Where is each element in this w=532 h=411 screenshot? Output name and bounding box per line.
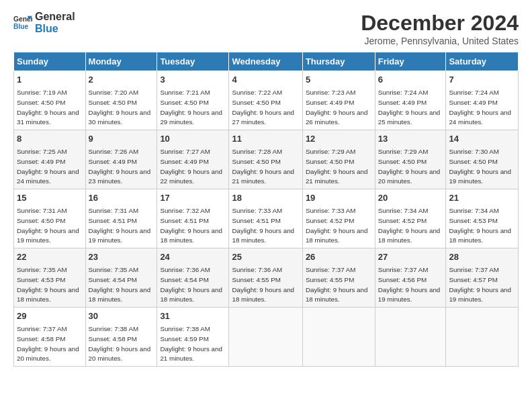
day-info: Sunrise: 7:31 AMSunset: 4:51 PMDaylight:… — [89, 207, 151, 244]
table-row: 30 Sunrise: 7:38 AMSunset: 4:58 PMDaylig… — [85, 308, 157, 367]
table-row: 27 Sunrise: 7:37 AMSunset: 4:56 PMDaylig… — [375, 248, 446, 308]
calendar-week-row: 22 Sunrise: 7:35 AMSunset: 4:53 PMDaylig… — [14, 248, 519, 308]
logo: General Blue General Blue — [13, 11, 75, 34]
day-number: 10 — [160, 133, 226, 145]
day-info: Sunrise: 7:19 AMSunset: 4:50 PMDaylight:… — [17, 89, 79, 126]
table-row: 3 Sunrise: 7:21 AMSunset: 4:50 PMDayligh… — [157, 71, 229, 130]
day-info: Sunrise: 7:29 AMSunset: 4:50 PMDaylight:… — [378, 148, 441, 185]
day-number: 23 — [89, 251, 154, 263]
day-info: Sunrise: 7:37 AMSunset: 4:58 PMDaylight:… — [17, 325, 79, 362]
calendar-table: Sunday Monday Tuesday Wednesday Thursday… — [13, 52, 519, 367]
day-number: 31 — [160, 310, 226, 322]
day-number: 2 — [89, 74, 154, 86]
table-row: 14 Sunrise: 7:30 AMSunset: 4:50 PMDaylig… — [446, 130, 519, 189]
day-number: 30 — [89, 310, 154, 322]
day-number: 27 — [378, 251, 443, 263]
table-row: 2 Sunrise: 7:20 AMSunset: 4:50 PMDayligh… — [85, 71, 157, 130]
table-row: 22 Sunrise: 7:35 AMSunset: 4:53 PMDaylig… — [14, 248, 86, 308]
day-info: Sunrise: 7:38 AMSunset: 4:58 PMDaylight:… — [89, 325, 151, 362]
day-info: Sunrise: 7:36 AMSunset: 4:54 PMDaylight:… — [160, 266, 222, 303]
day-info: Sunrise: 7:21 AMSunset: 4:50 PMDaylight:… — [160, 89, 222, 126]
day-info: Sunrise: 7:23 AMSunset: 4:49 PMDaylight:… — [306, 89, 368, 126]
col-saturday: Saturday — [446, 52, 519, 71]
table-row: 25 Sunrise: 7:36 AMSunset: 4:55 PMDaylig… — [229, 248, 302, 308]
logo-text-general: General — [35, 11, 75, 23]
calendar-header-row: Sunday Monday Tuesday Wednesday Thursday… — [14, 52, 519, 71]
table-row — [446, 308, 519, 367]
table-row: 10 Sunrise: 7:27 AMSunset: 4:49 PMDaylig… — [157, 130, 229, 189]
day-number: 5 — [306, 74, 372, 86]
logo-icon: General Blue — [13, 13, 32, 32]
table-row: 23 Sunrise: 7:35 AMSunset: 4:54 PMDaylig… — [85, 248, 157, 308]
day-number: 7 — [449, 74, 515, 86]
day-info: Sunrise: 7:36 AMSunset: 4:55 PMDaylight:… — [232, 266, 294, 303]
day-number: 16 — [89, 192, 154, 204]
day-number: 28 — [449, 251, 515, 263]
table-row: 12 Sunrise: 7:29 AMSunset: 4:50 PMDaylig… — [302, 130, 375, 189]
col-friday: Friday — [375, 52, 446, 71]
calendar-week-row: 1 Sunrise: 7:19 AMSunset: 4:50 PMDayligh… — [14, 71, 519, 130]
day-number: 13 — [378, 133, 443, 145]
day-info: Sunrise: 7:34 AMSunset: 4:53 PMDaylight:… — [449, 207, 511, 244]
day-info: Sunrise: 7:38 AMSunset: 4:59 PMDaylight:… — [160, 325, 222, 362]
day-info: Sunrise: 7:29 AMSunset: 4:50 PMDaylight:… — [306, 148, 368, 185]
day-info: Sunrise: 7:24 AMSunset: 4:49 PMDaylight:… — [449, 89, 511, 126]
table-row: 21 Sunrise: 7:34 AMSunset: 4:53 PMDaylig… — [446, 189, 519, 248]
table-row: 13 Sunrise: 7:29 AMSunset: 4:50 PMDaylig… — [375, 130, 446, 189]
table-row — [229, 308, 302, 367]
day-info: Sunrise: 7:31 AMSunset: 4:50 PMDaylight:… — [17, 207, 79, 244]
day-info: Sunrise: 7:37 AMSunset: 4:56 PMDaylight:… — [378, 266, 441, 303]
day-number: 26 — [306, 251, 372, 263]
day-info: Sunrise: 7:33 AMSunset: 4:51 PMDaylight:… — [232, 207, 294, 244]
day-number: 3 — [160, 74, 226, 86]
table-row: 5 Sunrise: 7:23 AMSunset: 4:49 PMDayligh… — [302, 71, 375, 130]
page-container: General Blue General Blue December 2024 … — [0, 0, 532, 373]
table-row — [302, 308, 375, 367]
table-row: 29 Sunrise: 7:37 AMSunset: 4:58 PMDaylig… — [14, 308, 86, 367]
day-info: Sunrise: 7:26 AMSunset: 4:49 PMDaylight:… — [89, 148, 151, 185]
table-row: 1 Sunrise: 7:19 AMSunset: 4:50 PMDayligh… — [14, 71, 86, 130]
table-row: 7 Sunrise: 7:24 AMSunset: 4:49 PMDayligh… — [446, 71, 519, 130]
table-row: 31 Sunrise: 7:38 AMSunset: 4:59 PMDaylig… — [157, 308, 229, 367]
day-number: 9 — [89, 133, 154, 145]
table-row — [375, 308, 446, 367]
col-tuesday: Tuesday — [157, 52, 229, 71]
table-row: 26 Sunrise: 7:37 AMSunset: 4:55 PMDaylig… — [302, 248, 375, 308]
day-info: Sunrise: 7:37 AMSunset: 4:57 PMDaylight:… — [449, 266, 511, 303]
col-sunday: Sunday — [14, 52, 86, 71]
table-row: 11 Sunrise: 7:28 AMSunset: 4:50 PMDaylig… — [229, 130, 302, 189]
location: Jerome, Pennsylvania, United States — [361, 36, 519, 46]
col-thursday: Thursday — [302, 52, 375, 71]
col-wednesday: Wednesday — [229, 52, 302, 71]
day-number: 22 — [17, 251, 83, 263]
calendar-week-row: 29 Sunrise: 7:37 AMSunset: 4:58 PMDaylig… — [14, 308, 519, 367]
day-number: 20 — [378, 192, 443, 204]
table-row: 18 Sunrise: 7:33 AMSunset: 4:51 PMDaylig… — [229, 189, 302, 248]
day-number: 8 — [17, 133, 83, 145]
day-number: 6 — [378, 74, 443, 86]
table-row: 4 Sunrise: 7:22 AMSunset: 4:50 PMDayligh… — [229, 71, 302, 130]
day-number: 21 — [449, 192, 515, 204]
table-row: 28 Sunrise: 7:37 AMSunset: 4:57 PMDaylig… — [446, 248, 519, 308]
day-number: 14 — [449, 133, 515, 145]
day-info: Sunrise: 7:24 AMSunset: 4:49 PMDaylight:… — [378, 89, 441, 126]
day-info: Sunrise: 7:37 AMSunset: 4:55 PMDaylight:… — [306, 266, 368, 303]
day-number: 29 — [17, 310, 83, 322]
table-row: 9 Sunrise: 7:26 AMSunset: 4:49 PMDayligh… — [85, 130, 157, 189]
table-row: 24 Sunrise: 7:36 AMSunset: 4:54 PMDaylig… — [157, 248, 229, 308]
table-row: 20 Sunrise: 7:34 AMSunset: 4:52 PMDaylig… — [375, 189, 446, 248]
table-row: 19 Sunrise: 7:33 AMSunset: 4:52 PMDaylig… — [302, 189, 375, 248]
day-number: 15 — [17, 192, 83, 204]
day-info: Sunrise: 7:30 AMSunset: 4:50 PMDaylight:… — [449, 148, 511, 185]
day-number: 1 — [17, 74, 83, 86]
col-monday: Monday — [85, 52, 157, 71]
table-row: 16 Sunrise: 7:31 AMSunset: 4:51 PMDaylig… — [85, 189, 157, 248]
month-title: December 2024 — [361, 11, 519, 36]
day-info: Sunrise: 7:34 AMSunset: 4:52 PMDaylight:… — [378, 207, 441, 244]
day-info: Sunrise: 7:28 AMSunset: 4:50 PMDaylight:… — [232, 148, 294, 185]
day-info: Sunrise: 7:25 AMSunset: 4:49 PMDaylight:… — [17, 148, 79, 185]
day-info: Sunrise: 7:27 AMSunset: 4:49 PMDaylight:… — [160, 148, 222, 185]
logo-text-blue: Blue — [35, 23, 75, 35]
day-info: Sunrise: 7:20 AMSunset: 4:50 PMDaylight:… — [89, 89, 151, 126]
table-row: 17 Sunrise: 7:32 AMSunset: 4:51 PMDaylig… — [157, 189, 229, 248]
